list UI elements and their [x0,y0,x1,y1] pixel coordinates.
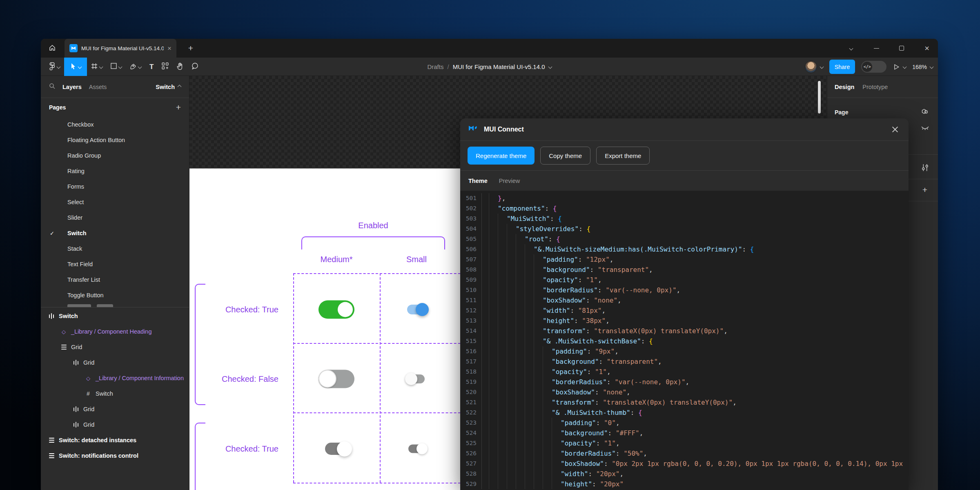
dev-mode-toggle[interactable]: </> [861,61,886,73]
sidebar-page-item[interactable]: Stack [41,241,189,256]
tab-preview[interactable]: Preview [499,178,520,184]
breadcrumb[interactable]: Drafts / MUI for Figma Material UI-v5.14… [427,58,551,76]
page-item-label: Stack [67,245,82,252]
zoom-level[interactable]: 168% [912,64,927,70]
switch-small-unchecked[interactable] [408,374,425,383]
layer-row[interactable]: ◇_Library / Component Information [41,370,189,386]
comment-tool-button[interactable] [187,58,203,76]
sidebar-page-item[interactable]: Text Field [41,256,189,272]
account-menu[interactable] [805,61,823,73]
eye-closed-icon[interactable] [920,124,929,133]
sidebar-page-item[interactable]: Radio Group [41,148,189,163]
regenerate-theme-button[interactable]: Regenerate theme [468,147,535,165]
sidebar-page-item[interactable]: Select [41,194,189,210]
sidebar-page-item[interactable]: Floating Action Button [41,132,189,148]
tab-design[interactable]: Design [835,84,854,90]
tab-prototype[interactable]: Prototype [862,84,888,90]
sidebar-page-item[interactable]: Slider [41,210,189,225]
add-style-icon[interactable]: + [920,185,929,194]
layer-row[interactable]: Grid [41,355,189,370]
code-line: 510"borderRadius": "var(--none, 0px)", [460,285,909,295]
switch-small-checked[interactable] [407,305,426,314]
search-icon[interactable] [49,83,55,91]
layer-row[interactable]: Switch: notifications control [41,448,189,463]
shape-tool-button[interactable] [107,58,126,76]
page-item-label: Switch [67,230,87,236]
sidebar-page-item[interactable]: Rating [41,163,189,179]
code-line: 514"transform": "translateX(0px) transla… [460,326,909,336]
switch-medium-checked[interactable] [318,301,354,319]
code-line: 512"width": "81px", [460,305,909,316]
breadcrumb-project[interactable]: Drafts [427,63,443,70]
layer-row[interactable]: Grid [41,339,189,355]
hand-tool-button[interactable] [173,58,187,76]
code-line: 502"components": { [460,203,909,214]
layer-label: Grid [83,359,94,366]
layer-row[interactable]: Switch [41,308,189,324]
layer-label: _Library / Component Heading [71,328,151,335]
add-page-button[interactable]: + [176,102,181,112]
window-maximize-button[interactable] [898,45,905,52]
current-page-indicator[interactable]: Switch [156,84,181,90]
dev-mode-icon: </> [862,62,872,72]
code-line: 509"opacity": "1", [460,275,909,285]
tab-layers[interactable]: Layers [62,84,82,90]
variables-icon[interactable] [920,163,929,172]
share-button[interactable]: Share [829,60,855,74]
text-tool-button[interactable]: T [145,58,158,76]
frame-tool-button[interactable] [87,58,107,76]
switch-medium-disabled-checked[interactable] [325,443,348,455]
sidebar-page-item[interactable]: Checkbox [41,117,189,132]
layer-row[interactable]: Grid [41,417,189,432]
code-line: 519"borderRadius": "var(--none, 0px)", [460,377,909,387]
switch-medium-unchecked[interactable] [318,370,354,388]
grid-line [293,343,469,344]
group-bracket [301,236,445,249]
move-tool-button[interactable] [64,58,87,76]
export-theme-button[interactable]: Export theme [596,147,650,165]
tab-assets[interactable]: Assets [89,84,107,90]
layer-row[interactable]: Switch: detached instances [41,432,189,448]
home-button[interactable] [46,42,59,55]
layer-row[interactable]: Grid [41,401,189,417]
sidebar-page-item[interactable]: Forms [41,179,189,194]
switch-small-disabled-checked[interactable] [408,445,425,453]
tab-theme[interactable]: Theme [468,178,488,184]
tab-close-icon[interactable]: × [167,45,172,52]
code-line: 518"opacity": "1", [460,367,909,377]
code-line: 520"boxShadow": "none", [460,387,909,397]
theme-code-editor[interactable]: 501},502"components": {503"MuiSwitch": {… [460,191,909,490]
copy-theme-button[interactable]: Copy theme [540,147,590,165]
grid-line [293,483,469,483]
canvas-vertical-scrollbar[interactable] [818,81,821,114]
zoom-menu[interactable]: 168% [912,64,933,70]
avatar[interactable] [805,61,817,73]
new-tab-button[interactable]: + [185,42,197,54]
actions-tool-button[interactable] [158,58,173,76]
window-menu-chevron-icon[interactable] [847,45,855,52]
present-button[interactable] [893,63,906,71]
move-cursor-icon [70,62,76,71]
pen-tool-button[interactable] [126,58,145,76]
grid-line [293,412,469,413]
window-close-button[interactable]: × [923,45,931,52]
sidebar-page-item[interactable]: Toggle Button [41,287,189,303]
dialog-close-button[interactable] [890,124,900,135]
breadcrumb-chevron-icon[interactable] [548,65,552,69]
code-line: 528"width": "20px", [460,469,909,479]
main-menu-button[interactable] [45,58,64,76]
code-line: 525"opacity": "1", [460,438,909,448]
layer-label: Switch: detached instances [59,437,136,443]
layer-label: _Library / Component Information [96,375,184,381]
sidebar-page-item[interactable]: Transfer List [41,272,189,287]
code-line: 527"boxShadow": "0px 2px 1px rgba(0, 0, … [460,459,909,469]
layer-row[interactable]: ◇_Library / Component Heading [41,324,189,339]
sidebar-page-item[interactable]: ✓Switch [41,225,189,241]
layer-row[interactable]: #Switch [41,386,189,401]
file-tab[interactable]: MUI for Figma Material UI-v5.14.0 × [65,39,176,58]
page-color-icon[interactable] [920,108,929,117]
tab-strip: MUI for Figma Material UI-v5.14.0 × + × [41,39,938,58]
breadcrumb-file-title[interactable]: MUI for Figma Material UI-v5.14.0 [453,63,545,70]
code-line: 508"background": "transparent", [460,265,909,275]
window-minimize-button[interactable] [873,45,880,52]
